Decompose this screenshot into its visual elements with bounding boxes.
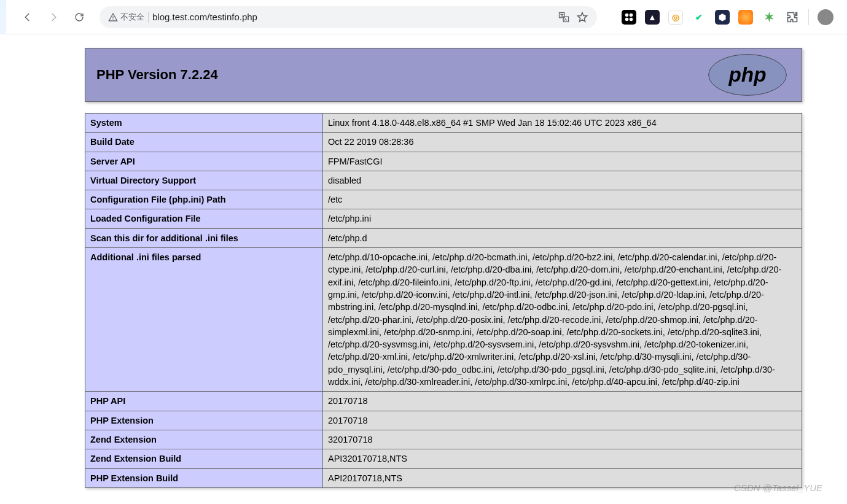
info-value: /etc/php.d [323,228,802,247]
extension-icon[interactable]: ✔ [692,10,706,25]
svg-text:文: 文 [560,13,564,17]
svg-point-6 [625,17,629,21]
table-row: Loaded Configuration File/etc/php.ini [85,209,802,228]
info-key: Virtual Directory Support [85,171,323,190]
info-value: 320170718 [323,430,802,449]
browser-toolbar: 不安全 blog.test.com/testinfo.php 文A ▲ ◎ ✔ … [0,0,847,34]
info-value: Linux front 4.18.0-448.el8.x86_64 #1 SMP… [323,114,802,133]
info-value: disabled [323,171,802,190]
info-value: /etc [323,190,802,209]
extension-icon[interactable]: ▲ [645,10,660,25]
svg-point-5 [630,13,633,17]
table-row: Virtual Directory Supportdisabled [85,171,802,190]
address-bar[interactable]: 不安全 blog.test.com/testinfo.php 文A [100,6,597,28]
arrow-right-icon [48,12,59,23]
info-value: 20170718 [323,411,802,430]
info-value: API20170718,NTS [323,468,802,487]
extension-icon[interactable]: ✶ [762,10,776,25]
extension-icon[interactable] [738,10,753,25]
url-text: blog.test.com/testinfo.php [152,12,554,22]
divider [808,9,809,25]
phpinfo-header: PHP Version 7.2.24 php [85,48,802,102]
info-key: Zend Extension Build [85,449,323,468]
info-key: Scan this dir for additional .ini files [85,228,323,247]
table-row: Additional .ini files parsed/etc/php.d/1… [85,248,802,392]
extensions-area: ▲ ◎ ✔ ⬢ ✶ [622,9,841,25]
bookmark-star-icon[interactable] [576,11,588,23]
info-key: PHP Extension [85,411,323,430]
info-key: Server API [85,152,323,171]
page-title: PHP Version 7.2.24 [96,67,705,83]
table-row: Build DateOct 22 2019 08:28:36 [85,133,802,152]
info-value: /etc/php.ini [323,209,802,228]
extensions-menu-icon[interactable] [785,10,800,25]
info-value: API320170718,NTS [323,449,802,468]
table-row: PHP Extension20170718 [85,411,802,430]
profile-avatar[interactable] [818,9,833,25]
extension-icon[interactable]: ⬢ [715,10,730,25]
table-row: PHP API20170718 [85,392,802,411]
info-key: Loaded Configuration File [85,209,323,228]
reload-button[interactable] [69,7,90,28]
info-value: 20170718 [323,392,802,411]
phpinfo-table: SystemLinux front 4.18.0-448.el8.x86_64 … [85,113,802,488]
table-row: Zend Extension BuildAPI320170718,NTS [85,449,802,468]
window-edge [0,0,6,34]
php-logo: php [705,53,790,96]
info-key: Build Date [85,133,323,152]
forward-button[interactable] [43,7,64,28]
reload-icon [74,12,85,23]
info-value: /etc/php.d/10-opcache.ini, /etc/php.d/20… [323,248,802,392]
table-row: PHP Extension BuildAPI20170718,NTS [85,468,802,487]
info-value: FPM/FastCGI [323,152,802,171]
translate-icon[interactable]: 文A [558,11,570,23]
table-row: Zend Extension320170718 [85,430,802,449]
svg-text:A: A [564,17,567,21]
info-value: Oct 22 2019 08:28:36 [323,133,802,152]
arrow-left-icon [22,12,33,23]
svg-point-4 [625,13,629,17]
info-key: Zend Extension [85,430,323,449]
info-key: System [85,114,323,133]
svg-point-7 [630,17,633,21]
info-key: Configuration File (php.ini) Path [85,190,323,209]
back-button[interactable] [17,7,38,28]
table-row: Configuration File (php.ini) Path/etc [85,190,802,209]
security-indicator[interactable]: 不安全 [108,12,144,23]
table-row: Scan this dir for additional .ini files/… [85,228,802,247]
page-content: PHP Version 7.2.24 php SystemLinux front… [0,34,847,504]
extension-icon[interactable] [622,10,636,25]
warning-icon [108,12,118,22]
table-row: SystemLinux front 4.18.0-448.el8.x86_64 … [85,114,802,133]
svg-text:php: php [728,63,766,86]
table-row: Server APIFPM/FastCGI [85,152,802,171]
extension-icon[interactable]: ◎ [668,10,683,25]
info-key: PHP Extension Build [85,468,323,487]
security-label: 不安全 [120,12,144,23]
info-key: Additional .ini files parsed [85,248,323,392]
info-key: PHP API [85,392,323,411]
